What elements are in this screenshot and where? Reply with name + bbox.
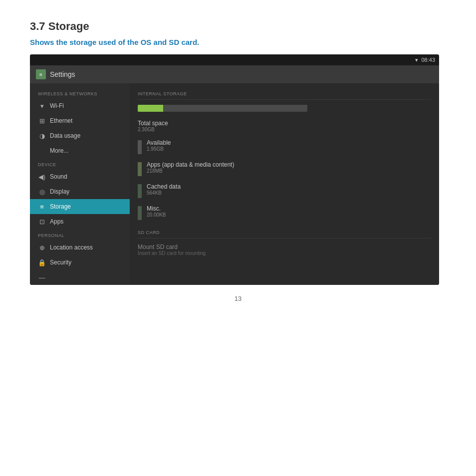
- sd-card-label: SD CARD: [138, 230, 431, 238]
- available-value: 1.95GB: [147, 146, 171, 152]
- total-space-item: Total space 2.30GB: [138, 120, 431, 132]
- status-time: 08:43: [421, 57, 435, 63]
- cached-text: Cached data 564KB: [147, 183, 181, 196]
- storage-bar: [138, 105, 307, 112]
- display-icon: ◎: [38, 188, 46, 196]
- storage-bar-used: [138, 105, 163, 112]
- sidebar-item-storage-label: Storage: [50, 203, 71, 210]
- sidebar-item-data-usage[interactable]: ◑ Data usage: [30, 128, 130, 143]
- mount-sd-label: Mount SD card: [138, 243, 431, 250]
- apps-item: Apps (app data & media content) 218MB: [138, 161, 431, 176]
- sidebar-item-extra[interactable]: —: [30, 270, 130, 285]
- internal-storage-label: INTERNAL STORAGE: [138, 91, 431, 100]
- section-title: 3.7 Storage: [30, 20, 446, 33]
- more-icon: [38, 147, 46, 155]
- sidebar-item-display[interactable]: ◎ Display: [30, 184, 130, 199]
- total-space-label: Total space: [138, 120, 431, 127]
- settings-app-icon: ≡: [36, 69, 46, 79]
- main-layout: WIRELESS & NETWORKS ▾ Wi-Fi ⊞ Ethernet ◑…: [30, 83, 439, 285]
- mount-sd-sublabel: Insert an SD card for mounting: [138, 250, 431, 256]
- sidebar-section-device: DEVICE: [30, 158, 130, 169]
- misc-item: Misc. 20.00KB: [138, 205, 431, 220]
- sidebar-item-more[interactable]: More...: [30, 143, 130, 158]
- sidebar-item-apps-label: Apps: [50, 218, 63, 225]
- device-screenshot: ▾ 08:43 ≡ Settings WIRELESS & NETWORKS ▾…: [30, 54, 439, 285]
- sidebar-item-location[interactable]: ⊕ Location access: [30, 240, 130, 255]
- app-bar: ≡ Settings: [30, 65, 439, 83]
- data-usage-icon: ◑: [38, 132, 46, 140]
- sidebar: WIRELESS & NETWORKS ▾ Wi-Fi ⊞ Ethernet ◑…: [30, 83, 130, 285]
- storage-icon: ≡: [38, 203, 46, 211]
- location-icon: ⊕: [38, 243, 46, 251]
- apps-icon: ⊡: [38, 218, 46, 226]
- misc-value: 20.00KB: [147, 212, 166, 218]
- sidebar-item-display-label: Display: [50, 188, 69, 195]
- sidebar-item-ethernet[interactable]: ⊞ Ethernet: [30, 113, 130, 128]
- wifi-status-icon: ▾: [415, 57, 418, 63]
- apps-indicator: [138, 162, 142, 176]
- misc-label: Misc.: [147, 205, 166, 212]
- misc-indicator: [138, 206, 142, 220]
- sidebar-item-security-label: Security: [50, 259, 71, 266]
- total-space-value: 2.30GB: [138, 127, 431, 132]
- sd-card-section: SD CARD Mount SD card Insert an SD card …: [138, 230, 431, 256]
- apps-label: Apps (app data & media content): [147, 161, 234, 168]
- apps-value: 218MB: [147, 168, 234, 174]
- sidebar-item-more-label: More...: [50, 147, 68, 154]
- section-subtitle: Shows the storage used of the OS and SD …: [30, 38, 446, 46]
- section-heading: Storage: [48, 20, 89, 32]
- sidebar-item-ethernet-label: Ethernet: [50, 117, 72, 124]
- sidebar-item-apps[interactable]: ⊡ Apps: [30, 214, 130, 229]
- sidebar-item-security[interactable]: 🔒 Security: [30, 255, 130, 270]
- app-bar-title: Settings: [50, 70, 75, 78]
- sidebar-item-wifi[interactable]: ▾ Wi-Fi: [30, 98, 130, 113]
- misc-text: Misc. 20.00KB: [147, 205, 166, 218]
- available-label: Available: [147, 139, 171, 146]
- ethernet-icon: ⊞: [38, 117, 46, 125]
- sidebar-item-storage[interactable]: ≡ Storage: [30, 199, 130, 214]
- sidebar-item-sound[interactable]: ◀) Sound: [30, 169, 130, 184]
- sidebar-section-wireless: WIRELESS & NETWORKS: [30, 87, 130, 98]
- apps-text: Apps (app data & media content) 218MB: [147, 161, 234, 174]
- sidebar-item-location-label: Location access: [50, 244, 93, 251]
- available-text: Available 1.95GB: [147, 139, 171, 152]
- sidebar-section-personal: PERSONAL: [30, 229, 130, 240]
- available-item: Available 1.95GB: [138, 139, 431, 154]
- sidebar-item-data-usage-label: Data usage: [50, 132, 80, 139]
- content-area: INTERNAL STORAGE Total space 2.30GB: [130, 83, 439, 285]
- wifi-icon: ▾: [38, 102, 46, 110]
- cached-value: 564KB: [147, 190, 181, 196]
- cached-label: Cached data: [147, 183, 181, 190]
- sidebar-item-wifi-label: Wi-Fi: [50, 102, 64, 109]
- status-bar-right: ▾ 08:43: [415, 57, 435, 63]
- cached-indicator: [138, 184, 142, 198]
- page-number: 13: [30, 295, 446, 302]
- cached-item: Cached data 564KB: [138, 183, 431, 198]
- sidebar-item-sound-label: Sound: [50, 173, 67, 180]
- available-indicator: [138, 140, 142, 154]
- sound-icon: ◀): [38, 173, 46, 181]
- security-icon: 🔒: [38, 258, 46, 266]
- storage-bar-container: [138, 105, 431, 112]
- section-number: 3.7: [30, 20, 45, 32]
- extra-icon: —: [38, 273, 46, 281]
- status-bar: ▾ 08:43: [30, 54, 439, 65]
